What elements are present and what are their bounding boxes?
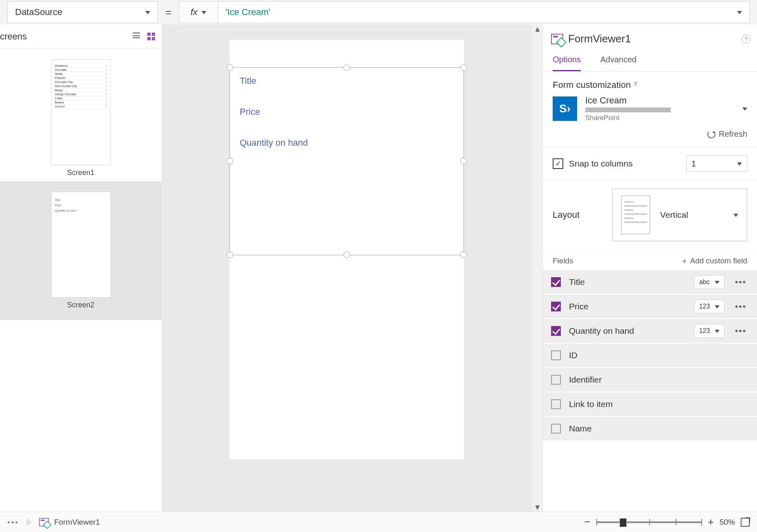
field-more-icon[interactable]: ••• <box>733 302 749 311</box>
field-row[interactable]: Link to item <box>543 392 757 417</box>
resize-handle[interactable] <box>343 64 350 71</box>
fx-button[interactable]: fx <box>179 1 218 23</box>
list-item: Coconut› <box>55 105 107 109</box>
field-name: Quantity on hand <box>569 326 686 336</box>
field-row[interactable]: Price123••• <box>543 295 757 319</box>
form-field-label[interactable]: Quantity on hand <box>230 129 464 150</box>
resize-handle[interactable] <box>460 252 467 258</box>
layout-selector[interactable]: Vertical <box>612 188 747 241</box>
field-row[interactable]: Name <box>543 417 757 441</box>
data-source-selector[interactable]: S› Ice Cream SharePoint <box>553 95 747 122</box>
field-name: Name <box>569 424 749 433</box>
field-name: Identifier <box>569 375 749 385</box>
field-row[interactable]: ID <box>543 344 757 368</box>
artboard[interactable]: TitlePriceQuantity on hand <box>230 40 464 459</box>
field-more-icon[interactable]: ••• <box>733 326 749 336</box>
screen-label: Screen2 <box>51 301 111 309</box>
screen-thumbnail-row-selected: TitlePriceQuantity on hand Screen2 <box>0 181 162 320</box>
field-more-icon[interactable]: ••• <box>733 277 749 287</box>
property-selector[interactable]: DataSource <box>7 1 158 23</box>
tab-options[interactable]: Options <box>553 49 581 71</box>
field-row[interactable]: Identifier <box>543 368 757 392</box>
formula-input[interactable]: 'Ice Cream' <box>218 1 750 23</box>
list-view-icon[interactable] <box>133 33 140 38</box>
screen-thumbnail-row: Strawberry›Chocolate›Vanilla›Pistachio›C… <box>0 49 162 181</box>
properties-header: FormViewer1 ? <box>543 24 757 49</box>
field-checkbox[interactable] <box>551 302 561 311</box>
resize-handle[interactable] <box>460 158 467 164</box>
chevron-down-icon <box>712 278 720 286</box>
list-item: Coffee› <box>55 96 107 101</box>
form-viewer-icon <box>39 518 49 526</box>
resize-handle[interactable] <box>227 64 233 71</box>
screens-panel-title: creens <box>0 31 27 42</box>
screen1-thumbnail[interactable]: Strawberry›Chocolate›Vanilla›Pistachio›C… <box>51 59 111 177</box>
scroll-down-icon[interactable]: ▾ <box>535 503 540 512</box>
list-item: Chocolate Chip› <box>55 80 107 84</box>
screen-label: Screen1 <box>51 169 111 177</box>
list-item: Banana› <box>55 101 107 105</box>
field-row[interactable]: Titleabc••• <box>543 270 757 295</box>
canvas[interactable]: TitlePriceQuantity on hand ▴ ▾ <box>162 24 543 512</box>
resize-handle[interactable] <box>227 158 233 164</box>
datasource-name: Ice Cream <box>585 95 732 106</box>
columns-selector[interactable]: 1 <box>686 155 747 172</box>
layout-thumb-icon <box>621 195 650 234</box>
datasource-user-redacted <box>585 107 671 112</box>
field-checkbox[interactable] <box>551 277 561 287</box>
screen2-thumbnail[interactable]: TitlePriceQuantity on hand Screen2 <box>51 192 111 309</box>
equals-sign: = <box>165 6 171 19</box>
field-type-selector[interactable]: abc <box>694 275 724 289</box>
field-checkbox[interactable] <box>551 399 561 409</box>
resize-handle[interactable] <box>227 252 233 258</box>
fields-label: Fields <box>553 256 573 265</box>
scroll-up-icon[interactable]: ▴ <box>535 24 540 33</box>
snap-to-columns-row: ✓ Snap to columns 1 <box>543 147 757 180</box>
resize-handle[interactable] <box>343 252 350 258</box>
list-item: Mint Chcolate Chip› <box>55 84 107 88</box>
field-row[interactable]: Quantity on hand123••• <box>543 319 757 344</box>
zoom-in-button[interactable]: + <box>708 516 714 528</box>
zoom-controls: − + 50% <box>584 516 750 528</box>
layout-row: Layout Vertical <box>543 180 757 250</box>
form-customization-label: Form customization <box>553 80 631 90</box>
chevron-down-icon <box>731 211 738 219</box>
help-icon[interactable]: ? <box>634 81 641 89</box>
refresh-button[interactable]: Refresh <box>553 129 747 139</box>
list-item: Strawberry› <box>55 64 107 68</box>
grid-view-icon[interactable] <box>147 33 155 40</box>
list-item: Vanilla› <box>55 72 107 76</box>
snap-label: Snap to columns <box>569 159 632 169</box>
more-icon[interactable]: ••• <box>7 518 19 527</box>
help-icon[interactable]: ? <box>742 35 750 44</box>
field-checkbox[interactable] <box>551 424 561 433</box>
snap-to-columns-checkbox[interactable]: ✓ <box>553 158 563 169</box>
field-checkbox[interactable] <box>551 375 561 385</box>
selected-control-name: FormViewer1 <box>54 518 100 527</box>
refresh-label: Refresh <box>719 129 747 139</box>
tab-advanced[interactable]: Advanced <box>600 49 637 71</box>
field-checkbox[interactable] <box>551 326 561 336</box>
field-type-selector[interactable]: 123 <box>694 300 724 313</box>
selection-breadcrumb[interactable]: FormViewer1 <box>38 517 100 528</box>
zoom-slider[interactable] <box>596 521 702 523</box>
columns-value: 1 <box>691 159 696 169</box>
properties-panel: FormViewer1 ? Options Advanced Form cust… <box>543 24 757 512</box>
canvas-scrollbar[interactable]: ▴ ▾ <box>532 24 543 512</box>
fx-label: fx <box>190 7 197 18</box>
form-field-label[interactable]: Price <box>230 99 464 119</box>
chevron-down-icon <box>199 7 206 18</box>
zoom-out-button[interactable]: − <box>584 516 591 528</box>
refresh-icon <box>707 130 715 138</box>
add-custom-field-button[interactable]: ＋ Add custom field <box>680 256 747 266</box>
field-checkbox[interactable] <box>551 350 561 360</box>
datasource-connector: SharePoint <box>585 114 732 122</box>
chevron-down-icon <box>740 105 747 112</box>
form-viewer[interactable]: TitlePriceQuantity on hand <box>230 67 464 255</box>
breadcrumb-separator-icon <box>26 518 32 526</box>
field-type-selector[interactable]: 123 <box>694 324 724 338</box>
form-customization-section: Form customization ? S› Ice Cream ShareP… <box>543 72 757 147</box>
resize-handle[interactable] <box>460 64 467 71</box>
fullscreen-icon[interactable] <box>741 518 750 527</box>
fields-header: Fields ＋ Add custom field <box>543 250 757 270</box>
